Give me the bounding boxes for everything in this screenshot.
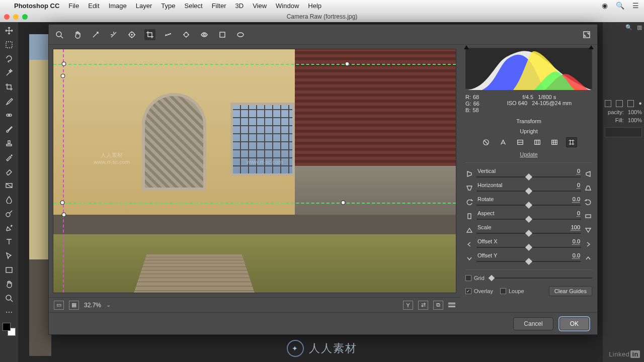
menu-file[interactable]: File: [68, 2, 79, 10]
guide-handle[interactable]: [60, 200, 64, 205]
wand-tool-icon[interactable]: [3, 67, 16, 78]
toggle-fullscreen-icon[interactable]: [581, 29, 592, 40]
graduated-filter-icon[interactable]: [235, 29, 246, 40]
slider-value[interactable]: 0: [577, 168, 580, 174]
slider-value[interactable]: 0.0: [573, 196, 580, 202]
panel-icon[interactable]: [605, 100, 611, 107]
crop-tool-icon[interactable]: [3, 81, 16, 93]
color-swatches[interactable]: [3, 323, 16, 336]
menu-image[interactable]: Image: [109, 2, 127, 10]
opacity-value[interactable]: 100%: [628, 109, 642, 115]
stamp-tool-icon[interactable]: [3, 138, 16, 149]
app-name[interactable]: Photoshop CC: [14, 2, 59, 10]
menu-3d[interactable]: 3D: [235, 2, 244, 10]
menu-select[interactable]: Select: [184, 2, 202, 10]
scale-slider[interactable]: [476, 230, 581, 236]
rectangle-tool-icon[interactable]: [3, 264, 16, 276]
eraser-tool-icon[interactable]: [3, 166, 16, 177]
hand-tool-icon[interactable]: [3, 279, 16, 290]
crop-tool-icon[interactable]: [144, 29, 155, 40]
menu-help[interactable]: Help: [308, 2, 321, 10]
spotlight-icon[interactable]: 🔍: [616, 2, 624, 10]
vertical-guide[interactable]: [63, 49, 64, 293]
slider-value[interactable]: 100: [571, 224, 580, 230]
lasso-tool-icon[interactable]: [3, 53, 16, 64]
upright-full-icon[interactable]: [549, 137, 560, 147]
hand-tool-icon[interactable]: [72, 29, 83, 40]
eyedropper-tool-icon[interactable]: [3, 96, 16, 107]
loupe-checkbox[interactable]: Loupe: [500, 288, 524, 294]
before-after-icon[interactable]: Y: [403, 301, 413, 310]
horizontal-guide[interactable]: [53, 64, 456, 65]
path-select-icon[interactable]: [3, 250, 16, 261]
slider-value[interactable]: 0: [577, 210, 580, 216]
straighten-icon[interactable]: [163, 29, 174, 40]
menu-icon[interactable]: [448, 303, 455, 307]
upright-level-icon[interactable]: [515, 137, 526, 147]
guide-handle[interactable]: [61, 62, 66, 66]
upright-auto-icon[interactable]: [498, 137, 509, 147]
copy-icon[interactable]: ⧉: [433, 301, 443, 310]
menu-edit[interactable]: Edit: [88, 2, 99, 10]
zoom-dropdown-icon[interactable]: ⌄: [106, 302, 111, 308]
color-sampler-icon[interactable]: [108, 29, 119, 40]
list-icon[interactable]: ☰: [632, 2, 639, 10]
grid-checkbox[interactable]: Grid: [465, 275, 485, 281]
ok-button[interactable]: OK: [559, 317, 589, 330]
rotate-slider[interactable]: [476, 202, 581, 208]
slider-value[interactable]: 0.0: [573, 252, 580, 258]
swap-icon[interactable]: ⇄: [418, 301, 428, 310]
filter-brush-icon[interactable]: [217, 29, 228, 40]
marquee-tool-icon[interactable]: [3, 39, 16, 50]
zoom-level[interactable]: 32.7%: [84, 302, 101, 309]
more-tools-icon[interactable]: ⋯: [3, 307, 16, 318]
search-icon[interactable]: 🔍: [625, 24, 632, 31]
guide-handle[interactable]: [61, 213, 66, 217]
image-preview[interactable]: 人人素材www.rr-sc.com www.rr-sc.com: [53, 49, 456, 293]
guide-handle[interactable]: [341, 200, 346, 205]
horizontal-guide[interactable]: [53, 203, 456, 204]
healing-tool-icon[interactable]: [3, 110, 16, 121]
panels-icon[interactable]: ▥: [637, 24, 642, 31]
blur-tool-icon[interactable]: [3, 194, 16, 205]
grid-size-slider[interactable]: [492, 278, 592, 279]
histogram[interactable]: [465, 48, 592, 89]
history-brush-icon[interactable]: [3, 152, 16, 163]
fit-icon[interactable]: ▭: [54, 301, 64, 310]
brush-tool-icon[interactable]: [3, 124, 16, 135]
menu-layer[interactable]: Layer: [136, 2, 152, 10]
panel-icon[interactable]: [616, 100, 622, 107]
zoom-icon[interactable]: [22, 14, 28, 20]
minimize-icon[interactable]: [13, 14, 19, 20]
offset-y-slider[interactable]: [476, 258, 581, 264]
layer-thumb[interactable]: [605, 127, 642, 137]
target-adjust-icon[interactable]: [126, 29, 137, 40]
slider-value[interactable]: 0.0: [573, 238, 580, 244]
menu-type[interactable]: Type: [161, 2, 175, 10]
cancel-button[interactable]: Cancel: [513, 317, 553, 330]
pen-tool-icon[interactable]: [3, 222, 16, 233]
menu-window[interactable]: Window: [276, 2, 299, 10]
move-tool-icon[interactable]: [3, 25, 16, 36]
dot-icon[interactable]: ●: [638, 100, 642, 107]
type-tool-icon[interactable]: [3, 236, 16, 247]
menu-filter[interactable]: Filter: [212, 2, 226, 10]
gradient-tool-icon[interactable]: [3, 180, 16, 191]
close-icon[interactable]: [4, 14, 10, 20]
cloud-icon[interactable]: ◉: [602, 2, 608, 10]
spot-removal-icon[interactable]: [181, 29, 192, 40]
vertical-slider[interactable]: [476, 174, 581, 180]
panel-icon[interactable]: [627, 100, 634, 107]
guide-handle[interactable]: [345, 62, 350, 66]
offset-x-slider[interactable]: [476, 244, 581, 250]
menu-view[interactable]: View: [253, 2, 267, 10]
guide-handle[interactable]: [61, 74, 65, 78]
fill-icon[interactable]: ▦: [69, 301, 79, 310]
redeye-icon[interactable]: [199, 29, 210, 40]
clear-guides-button[interactable]: Clear Guides: [549, 286, 592, 296]
update-link[interactable]: Update: [465, 151, 592, 163]
overlay-checkbox[interactable]: ✓Overlay: [465, 288, 493, 294]
zoom-tool-icon[interactable]: [54, 29, 65, 40]
upright-guided-icon[interactable]: [566, 137, 577, 147]
upright-vertical-icon[interactable]: [532, 137, 543, 147]
